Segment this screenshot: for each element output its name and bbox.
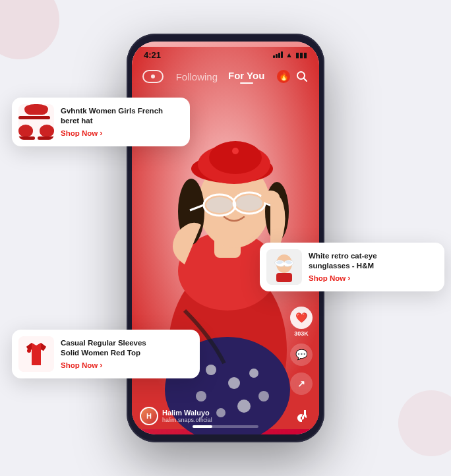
svg-point-18 xyxy=(261,191,280,204)
hat-product-name: Gvhntk Women Girls French beret hat xyxy=(61,106,166,126)
live-broadcast-icon[interactable] xyxy=(142,70,164,83)
svg-point-21 xyxy=(228,377,240,389)
scroll-dot-fill xyxy=(193,425,212,428)
share-action[interactable]: ↗ xyxy=(290,372,313,395)
search-icon[interactable] xyxy=(295,70,309,83)
top-product-name: Casual Regular Sleeves Solid Women Red T… xyxy=(61,338,166,358)
user-info: H Halim Waluyo halim.snaps.official xyxy=(140,407,212,425)
hat-shape xyxy=(24,104,48,115)
svg-point-25 xyxy=(216,408,226,417)
hat-thumbnail xyxy=(18,104,54,140)
hat-small-brim xyxy=(18,136,35,140)
top-svg xyxy=(18,336,54,372)
tabs-container: Following For You xyxy=(176,70,265,84)
decorative-blob-br xyxy=(398,390,451,456)
decorative-blob-tl xyxy=(0,0,59,59)
sunglasses-shop-now-button[interactable]: Shop Now › xyxy=(309,274,435,283)
heart-count: 303K xyxy=(294,330,309,337)
comment-action[interactable]: 💬 xyxy=(290,343,313,366)
signal-bar-1 xyxy=(273,55,275,58)
live-dot xyxy=(151,74,155,78)
svg-point-12 xyxy=(206,197,233,213)
top-product-info: Casual Regular Sleeves Solid Women Red T… xyxy=(61,338,191,371)
signal-bar-4 xyxy=(281,51,283,58)
wifi-icon: ▲ xyxy=(286,51,293,59)
sunglasses-product-info: White retro cat-eye sunglasses - H&M Sho… xyxy=(309,251,435,283)
top-shop-now-button[interactable]: Shop Now › xyxy=(61,361,191,370)
shop-now-arrow-hat: › xyxy=(100,129,102,138)
signal-bar-2 xyxy=(276,54,278,58)
sunglasses-svg xyxy=(266,249,302,285)
user-handle: halim.snaps.official xyxy=(162,417,212,423)
shop-now-arrow-top: › xyxy=(100,361,102,370)
product-card-sunglasses: White retro cat-eye sunglasses - H&M Sho… xyxy=(260,243,444,291)
hat-product-info: Gvhntk Women Girls French beret hat Shop… xyxy=(61,106,181,138)
hat-brim xyxy=(18,116,50,119)
tab-following[interactable]: Following xyxy=(176,71,218,82)
share-icon: ↗ xyxy=(290,372,313,395)
svg-point-24 xyxy=(237,400,251,413)
scene: 4:21 ▲ ▮▮▮ xyxy=(0,0,451,476)
svg-point-22 xyxy=(249,369,258,378)
sunglasses-thumbnail xyxy=(266,249,302,285)
signal-icon xyxy=(273,51,283,58)
tiktok-logo xyxy=(294,407,313,425)
battery-icon: ▮▮▮ xyxy=(295,51,307,59)
signal-bar-3 xyxy=(278,53,280,58)
svg-point-26 xyxy=(258,391,269,402)
status-time: 4:21 xyxy=(144,50,161,60)
shop-now-arrow-sunglasses: › xyxy=(347,274,350,283)
scroll-indicator xyxy=(193,425,258,428)
comment-icon: 💬 xyxy=(290,343,313,366)
top-thumbnail xyxy=(18,336,54,372)
user-avatar: H xyxy=(140,407,158,425)
svg-point-7 xyxy=(209,141,262,174)
svg-point-23 xyxy=(196,391,206,402)
side-actions: ❤️ 303K 💬 ↗ xyxy=(290,307,313,395)
svg-point-33 xyxy=(27,349,31,353)
svg-rect-31 xyxy=(276,273,292,282)
tab-active-indicator xyxy=(240,82,253,84)
svg-point-8 xyxy=(232,148,239,154)
hat-small-shape-2 xyxy=(40,125,54,136)
product-card-top: Casual Regular Sleeves Solid Women Red T… xyxy=(12,330,200,378)
svg-line-28 xyxy=(304,78,307,82)
product-card-hat: Gvhntk Women Girls French beret hat Shop… xyxy=(12,98,190,146)
status-bar: 4:21 ▲ ▮▮▮ xyxy=(132,42,319,63)
hat-small-brim-2 xyxy=(38,136,54,140)
nav-right-icons: 🔥 xyxy=(277,70,309,83)
sunglasses-product-name: White retro cat-eye sunglasses - H&M xyxy=(309,251,414,271)
tab-for-you[interactable]: For You xyxy=(228,70,264,84)
user-text-block: Halim Waluyo halim.snaps.official xyxy=(162,409,212,423)
fire-icon[interactable]: 🔥 xyxy=(277,70,290,83)
user-name: Halim Waluyo xyxy=(162,409,212,417)
heart-action[interactable]: ❤️ 303K xyxy=(290,307,313,337)
nav-tabs: Following For You 🔥 xyxy=(132,65,319,88)
svg-point-20 xyxy=(206,365,216,375)
hat-small-shape xyxy=(18,125,33,136)
status-icons: ▲ ▮▮▮ xyxy=(273,51,307,59)
phone-frame: 4:21 ▲ ▮▮▮ xyxy=(127,34,324,442)
svg-point-14 xyxy=(236,195,262,211)
heart-icon: ❤️ xyxy=(290,307,313,329)
hat-shop-now-button[interactable]: Shop Now › xyxy=(61,129,181,138)
